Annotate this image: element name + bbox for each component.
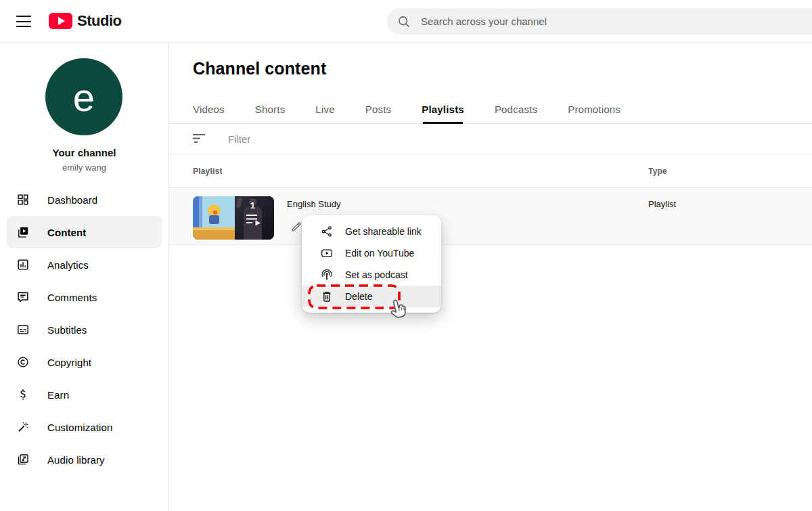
- search-icon: [397, 14, 411, 29]
- sidebar-item-dashboard[interactable]: Dashboard: [7, 183, 162, 216]
- sidebar-item-customization[interactable]: Customization: [7, 411, 162, 443]
- thumbnail-scene: [193, 196, 235, 240]
- menu-item-edit-on-youtube[interactable]: Edit on YouTube: [302, 242, 441, 264]
- brand-text: Studio: [77, 12, 121, 30]
- copyright-icon: [16, 355, 30, 369]
- menu-item-set-as-podcast[interactable]: Set as podcast: [302, 264, 441, 286]
- table-row[interactable]: 1 English Study Playlist: [169, 187, 812, 245]
- sidebar-item-earn[interactable]: Earn: [7, 378, 162, 411]
- sidebar-item-copyright[interactable]: Copyright: [7, 346, 162, 378]
- comments-icon: [16, 290, 30, 304]
- tab-live[interactable]: Live: [315, 95, 334, 123]
- tab-playlists[interactable]: Playlists: [422, 95, 464, 123]
- sidebar-item-audio-library[interactable]: Audio library: [7, 443, 162, 476]
- sidebar-item-content[interactable]: Content: [7, 216, 162, 248]
- avatar[interactable]: e: [45, 58, 122, 135]
- youtube-studio-logo[interactable]: Studio: [49, 12, 121, 30]
- table-header: Playlist Type: [169, 154, 812, 187]
- playlist-thumbnail[interactable]: 1: [193, 196, 274, 240]
- tab-shorts[interactable]: Shorts: [255, 95, 286, 123]
- column-header-type: Type: [648, 166, 667, 176]
- column-header-playlist: Playlist: [193, 166, 223, 176]
- youtube-play-icon: [320, 246, 334, 260]
- analytics-icon: [16, 258, 30, 271]
- edit-pencil-icon[interactable]: [290, 220, 303, 236]
- tab-videos[interactable]: Videos: [193, 95, 225, 123]
- channel-name: emily wang: [0, 162, 168, 173]
- playlist-overlay-icon: [245, 213, 262, 226]
- sidebar-item-analytics[interactable]: Analytics: [7, 248, 162, 281]
- sidebar-item-subtitles[interactable]: Subtitles: [7, 313, 162, 346]
- audio-library-icon: [16, 453, 30, 466]
- tab-posts[interactable]: Posts: [365, 95, 392, 123]
- playlist-title[interactable]: English Study: [287, 199, 341, 209]
- podcast-icon: [320, 268, 334, 282]
- sidebar: e Your channel emily wang Dashboard Cont…: [0, 43, 169, 511]
- topbar: Studio: [0, 0, 812, 43]
- page-title: Channel content: [193, 59, 326, 79]
- menu-icon[interactable]: [16, 16, 31, 27]
- subtitles-icon: [16, 323, 30, 336]
- thumbnail-video-count: 1: [250, 200, 255, 210]
- dashboard-icon: [16, 193, 30, 206]
- playlist-type: Playlist: [648, 199, 676, 209]
- content-icon: [16, 225, 30, 239]
- filter-icon[interactable]: [193, 134, 206, 143]
- main-content: Channel content Videos Shorts Live Posts…: [169, 43, 812, 511]
- search-bar[interactable]: [387, 8, 812, 35]
- avatar-letter: e: [73, 74, 95, 120]
- customization-icon: [16, 420, 30, 434]
- search-input[interactable]: [421, 16, 705, 27]
- context-menu: Get shareable link Edit on YouTube Set a…: [302, 215, 441, 313]
- filter-input[interactable]: [228, 133, 431, 145]
- sidebar-nav: Dashboard Content Analytics: [0, 183, 168, 476]
- share-icon: [320, 225, 334, 238]
- tab-bar: Videos Shorts Live Posts Playlists Podca…: [169, 95, 812, 124]
- channel-label: Your channel: [0, 147, 168, 158]
- earn-icon: [16, 388, 30, 401]
- tab-promotions[interactable]: Promotions: [568, 95, 621, 123]
- sidebar-item-comments[interactable]: Comments: [7, 281, 162, 313]
- trash-icon: [320, 290, 334, 303]
- menu-item-delete[interactable]: Delete: [302, 286, 441, 307]
- filter-bar: [169, 124, 812, 154]
- youtube-logo-icon: [49, 13, 72, 29]
- tab-podcasts[interactable]: Podcasts: [495, 95, 537, 123]
- thumbnail-person: 1: [235, 196, 274, 240]
- menu-item-get-shareable-link[interactable]: Get shareable link: [302, 221, 441, 242]
